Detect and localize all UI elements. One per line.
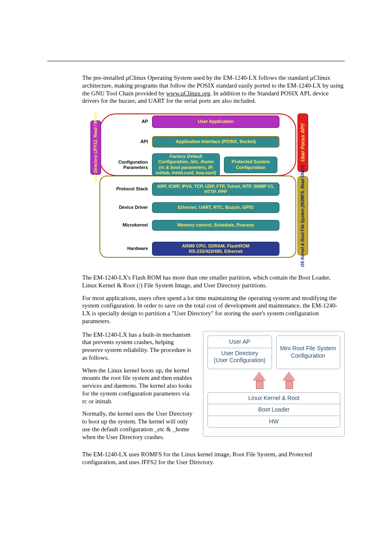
row-hardware: Hardware ARM9 CPU, SDRAM, FlashROM RS-23… [107, 242, 279, 256]
mechanism-paragraph: The EM-1240-LX has a built-in mechanism … [82, 331, 196, 362]
row-configuration: Configuration Parameters Factory Default… [107, 153, 277, 176]
side-user-focus: User Focus AP!! [297, 113, 308, 172]
top-horizontal-rule [47, 61, 345, 61]
default-config-paragraph: Normally, the kernel uses the User Direc… [82, 410, 196, 441]
label-configuration-2: Parameters [107, 165, 148, 170]
kernel-cell: Linux Kernel & Root [208, 393, 340, 404]
document-page: The pre-installed µClinux Operating Syst… [0, 0, 392, 555]
boot-left-col: User AP User Directory (User Configurati… [208, 335, 272, 369]
box-hardware: ARM9 CPU, SDRAM, FlashROM RS-232/422/485… [152, 242, 279, 256]
two-column-section: The EM-1240-LX has a built-in mechanism … [82, 331, 345, 446]
mini-root-l1: Mini Root File System [280, 345, 336, 352]
box-factory-default: Factory Default Configuration, /etc, /ho… [152, 153, 220, 176]
factory-l3: (rc & boot parameters, IP, inittab, inet… [154, 165, 218, 176]
user-directory-cell: User Directory (User Configuration) [208, 348, 272, 365]
boot-diagram: User AP User Directory (User Configurati… [203, 331, 345, 437]
label-configuration: Configuration Parameters [107, 160, 148, 170]
left-text-column: The EM-1240-LX has a built-in mechanism … [82, 331, 196, 446]
side-user-directory: User Directory (JFFS2, Read / Write) [90, 120, 101, 175]
label-api: API [107, 139, 148, 145]
label-device-driver: Device Driver [107, 205, 148, 210]
mini-root-cell: Mini Root File System Configuration [276, 335, 341, 369]
mini-root-l2: Configuration [280, 352, 336, 360]
label-hardware: Hardware [107, 246, 148, 252]
side-os-kernel: OS Kernel & Root File System (ROMFS, Rea… [297, 176, 308, 255]
factory-l2: Configuration, /etc, /home [158, 159, 214, 164]
hw-l2: RS-232/422/485, Ethernet [189, 249, 243, 254]
box-protocol-stack: ARP, ICMP, IPV4, TCP, UDP, FTP, Telnet, … [152, 183, 279, 196]
architecture-diagram: User Directory (JFFS2, Read / Write) Use… [86, 112, 308, 266]
user-ap-cell: User AP [208, 336, 272, 349]
arrow-up-icon [282, 372, 295, 381]
boot-bottom-stack: Linux Kernel & Root Boot Loader HW [208, 392, 340, 428]
flashrom-paragraph: The EM-1240-LX's Flash ROM has more than… [82, 274, 345, 289]
row-device-driver: Device Driver Ethernet, UART, RTC, Buzze… [107, 202, 279, 213]
uclinux-link[interactable]: www.uClinux.org [166, 90, 210, 97]
intro-paragraph: The pre-installed µClinux Operating Syst… [82, 74, 345, 105]
side-os-kernel-label: OS Kernel & Root File System (ROMFS, Rea… [301, 165, 305, 267]
boot-arrows [208, 372, 340, 381]
boot-diagram-top: User AP User Directory (User Configurati… [208, 335, 340, 369]
side-user-focus-label: User Focus AP!! [300, 124, 305, 162]
box-user-application: User Application [152, 116, 279, 128]
factory-title: Factory Default [169, 154, 202, 159]
label-protocol-stack: Protocol Stack [107, 186, 148, 192]
row-protocol-stack: Protocol Stack ARP, ICMP, IPV4, TCP, UDP… [107, 183, 279, 196]
box-microkernel: Memory control, Schedule, Process [152, 220, 279, 231]
user-directory-paragraph: For most applications, users often spend… [82, 294, 345, 325]
hw-cell: HW [208, 416, 340, 428]
box-protected-config: Protected System Configuration [224, 157, 277, 173]
protected-l2: Configuration [236, 165, 265, 170]
row-ap: AP User Application [107, 116, 279, 128]
row-api: API Application Interface (POSIX, Socket… [107, 136, 279, 148]
hw-l1: ARM9 CPU, SDRAM, FlashROM [182, 243, 249, 249]
side-user-directory-label: User Directory (JFFS2, Read / Write) [94, 112, 98, 183]
boot-loader-cell: Boot Loader [208, 404, 340, 416]
box-device-driver: Ethernet, UART, RTC, Buzzer, GPIO [152, 202, 279, 213]
boot-paragraph: When the Linux kernel boots up, the kern… [82, 367, 196, 405]
label-microkernel: Microkernel [107, 222, 148, 228]
user-directory-l1: User Directory [208, 350, 272, 357]
main-content: The pre-installed µClinux Operating Syst… [82, 74, 345, 466]
protected-l1: Protected System [232, 159, 270, 164]
row-microkernel: Microkernel Memory control, Schedule, Pr… [107, 220, 279, 231]
user-directory-l2: (User Configuration) [208, 357, 272, 364]
closing-paragraph: The EM-1240-LX uses ROMFS for the Linux … [82, 451, 345, 466]
label-ap: AP [107, 119, 148, 125]
box-api: Application Interface (POSIX, Socket) [152, 136, 279, 148]
label-configuration-1: Configuration [107, 160, 148, 165]
arrow-up-icon [253, 372, 266, 381]
